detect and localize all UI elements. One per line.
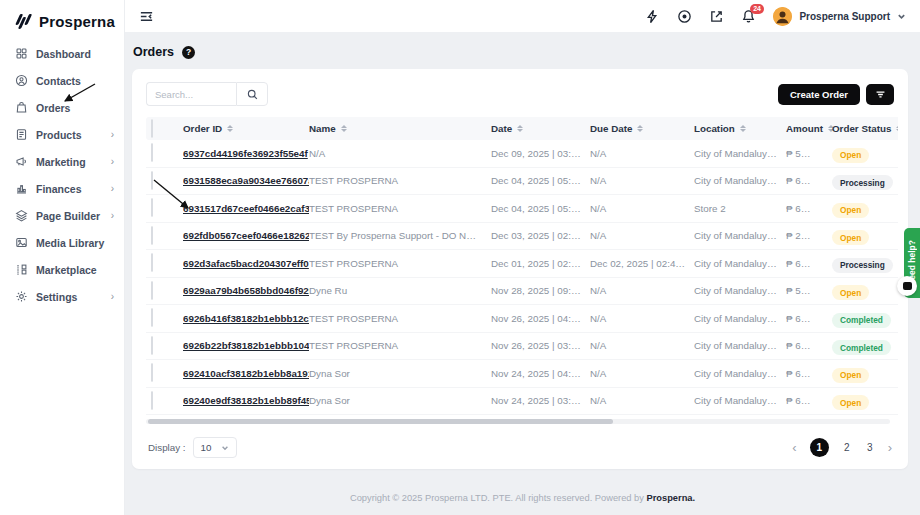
order-date: Dec 01, 2025 | 02:51 PM bbox=[491, 258, 590, 269]
filter-button[interactable] bbox=[866, 84, 894, 105]
order-due-date: N/A bbox=[590, 340, 694, 351]
sort-icon[interactable] bbox=[227, 125, 233, 133]
order-location: City of Mandaluyong bbox=[694, 148, 786, 159]
order-id-link[interactable]: 6926b416f38182b1ebbb12c2 bbox=[183, 313, 309, 324]
order-id-link[interactable]: 6929aa79b4b658bbd046f92b bbox=[183, 285, 309, 296]
brand-logo[interactable]: Prosperna bbox=[0, 0, 124, 32]
create-order-button[interactable]: Create Order bbox=[778, 84, 860, 105]
scrollbar-thumb[interactable] bbox=[148, 419, 613, 424]
order-id-link[interactable]: 6931588eca9a9034ee76607a bbox=[183, 175, 309, 186]
column-label: Order ID bbox=[183, 123, 222, 134]
settings-gear-icon bbox=[15, 290, 28, 303]
column-label: Date bbox=[491, 123, 512, 134]
sidebar-item-page-builder[interactable]: Page Builder› bbox=[0, 202, 124, 229]
table-row: 69240e9df38182b1ebb89f45Dyna SorNov 24, … bbox=[146, 388, 898, 416]
prev-page-button[interactable]: ‹ bbox=[792, 441, 796, 454]
sort-icon[interactable] bbox=[637, 125, 643, 133]
page-button-2[interactable]: 2 bbox=[842, 442, 852, 453]
order-id-link[interactable]: 692d3afac5bacd204307eff0 bbox=[183, 258, 309, 269]
order-id-link[interactable]: 69240e9df38182b1ebb89f45 bbox=[183, 395, 309, 406]
order-name: TEST PROSPERNA bbox=[309, 203, 491, 214]
bolt-icon[interactable] bbox=[645, 9, 660, 24]
table-header-row: Order IDNameDateDue DateLocationAmountOr… bbox=[146, 117, 898, 140]
page-button-1[interactable]: 1 bbox=[810, 438, 829, 457]
orders-card: Create Order Order IDNameDateDue DateLoc… bbox=[132, 69, 908, 469]
order-due-date: Dec 02, 2025 | 02:48 PM bbox=[590, 258, 694, 269]
order-amount: ₱ 620.00 bbox=[786, 395, 832, 406]
sort-icon[interactable] bbox=[896, 125, 898, 133]
order-due-date: N/A bbox=[590, 230, 694, 241]
search-button[interactable] bbox=[236, 82, 268, 106]
sidebar-item-settings[interactable]: Settings› bbox=[0, 283, 124, 310]
page-help-icon[interactable]: ? bbox=[182, 46, 195, 59]
chat-widget-button[interactable] bbox=[897, 276, 917, 296]
order-id-link[interactable]: 6931517d67ceef0466e2caf3 bbox=[183, 203, 309, 214]
sidebar-item-label: Media Library bbox=[36, 237, 104, 249]
orders-table: Order IDNameDateDue DateLocationAmountOr… bbox=[146, 117, 898, 415]
row-checkbox[interactable] bbox=[151, 308, 153, 327]
column-header-name[interactable]: Name bbox=[309, 123, 491, 134]
column-header-date[interactable]: Date bbox=[491, 123, 590, 134]
column-label: Order Status bbox=[832, 123, 891, 134]
row-checkbox[interactable] bbox=[151, 143, 153, 162]
external-link-icon[interactable] bbox=[709, 9, 724, 24]
column-header-location[interactable]: Location bbox=[694, 123, 786, 134]
sidebar-item-contacts[interactable]: Contacts bbox=[0, 67, 124, 94]
chevron-right-icon: › bbox=[111, 129, 114, 140]
order-id-link[interactable]: 6937cd44196fe36923f55e4f bbox=[183, 148, 309, 159]
row-checkbox[interactable] bbox=[151, 281, 153, 300]
contacts-icon bbox=[15, 74, 28, 87]
order-name: TEST PROSPERNA bbox=[309, 175, 491, 186]
order-location: City of Mandaluyong bbox=[694, 175, 786, 186]
sidebar-nav: DashboardContactsOrdersProducts›Marketin… bbox=[0, 40, 124, 310]
order-due-date: N/A bbox=[590, 313, 694, 324]
column-header-due-date[interactable]: Due Date bbox=[590, 123, 694, 134]
target-icon[interactable] bbox=[677, 9, 692, 24]
order-location: City of Mandaluyong bbox=[694, 395, 786, 406]
main-content: Orders ? Create Order bbox=[125, 32, 920, 515]
row-checkbox[interactable] bbox=[151, 198, 153, 217]
table-row: 6931588eca9a9034ee76607aTEST PROSPERNADe… bbox=[146, 168, 898, 196]
horizontal-scrollbar[interactable] bbox=[146, 419, 890, 424]
table-row: 6926b416f38182b1ebbb12c2TEST PROSPERNANo… bbox=[146, 305, 898, 333]
select-all-checkbox[interactable] bbox=[151, 119, 153, 138]
search-input[interactable] bbox=[146, 82, 236, 106]
sidebar-item-marketing[interactable]: Marketing› bbox=[0, 148, 124, 175]
row-checkbox[interactable] bbox=[151, 253, 153, 272]
next-page-button[interactable]: › bbox=[888, 441, 892, 454]
column-header-order-status[interactable]: Order Status bbox=[832, 123, 898, 134]
sort-icon[interactable] bbox=[341, 125, 347, 133]
order-name: N/A bbox=[309, 148, 491, 159]
sidebar-item-products[interactable]: Products› bbox=[0, 121, 124, 148]
table-row: 6929aa79b4b658bbd046f92bDyne RuNov 28, 2… bbox=[146, 278, 898, 306]
order-amount: ₱ 295.00 bbox=[786, 230, 832, 241]
row-checkbox[interactable] bbox=[151, 171, 153, 190]
sidebar-item-finances[interactable]: Finances› bbox=[0, 175, 124, 202]
row-checkbox[interactable] bbox=[151, 336, 153, 355]
chevron-right-icon: › bbox=[111, 183, 114, 194]
sidebar-item-label: Dashboard bbox=[36, 48, 91, 60]
sidebar-item-media-library[interactable]: Media Library bbox=[0, 229, 124, 256]
row-checkbox[interactable] bbox=[151, 363, 153, 382]
page-size-select[interactable]: 10 bbox=[193, 437, 237, 458]
sort-icon[interactable] bbox=[740, 125, 746, 133]
sidebar-collapse-icon[interactable] bbox=[139, 7, 157, 25]
order-id-link[interactable]: 692410acf38182b1ebb8a191 bbox=[183, 368, 309, 379]
column-header-order-id[interactable]: Order ID bbox=[183, 123, 309, 134]
chevron-right-icon: › bbox=[111, 210, 114, 221]
user-menu[interactable]: Prosperna Support bbox=[773, 7, 906, 26]
order-id-link[interactable]: 6926b22bf38182b1ebbb104a bbox=[183, 340, 309, 351]
row-checkbox[interactable] bbox=[151, 226, 153, 245]
footer: Copyright © 2025 Prosperna LTD. PTE. All… bbox=[125, 493, 920, 503]
sidebar-item-marketplace[interactable]: Marketplace bbox=[0, 256, 124, 283]
column-header-amount[interactable]: Amount bbox=[786, 123, 832, 134]
order-due-date: N/A bbox=[590, 285, 694, 296]
page-button-3[interactable]: 3 bbox=[865, 442, 875, 453]
sidebar-item-orders[interactable]: Orders bbox=[0, 94, 124, 121]
bell-icon[interactable]: 24 bbox=[741, 9, 756, 24]
row-checkbox[interactable] bbox=[151, 391, 153, 410]
sidebar-item-dashboard[interactable]: Dashboard bbox=[0, 40, 124, 67]
order-id-link[interactable]: 692fdb0567ceef0466e18262 bbox=[183, 230, 309, 241]
order-location: City of Mandaluyong bbox=[694, 285, 786, 296]
sort-icon[interactable] bbox=[517, 125, 523, 133]
